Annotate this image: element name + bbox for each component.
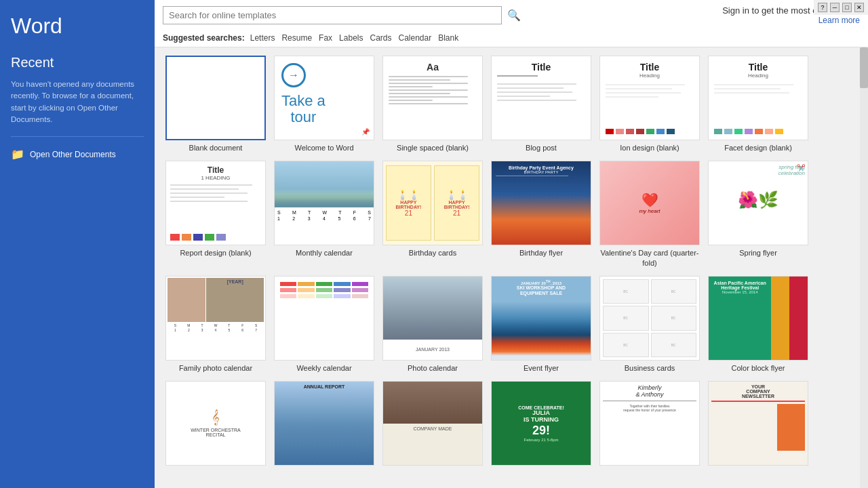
birthday-flyer-label: Birthday flyer	[491, 248, 591, 258]
filter-labels[interactable]: Labels	[339, 30, 370, 47]
search-button[interactable]: 🔍	[507, 9, 521, 22]
template-row4-6[interactable]: YOURCOMPANYNEWSLETTER	[708, 381, 808, 468]
valentines-card-label: Valentine's Day card (quarter-fold)	[599, 248, 700, 268]
template-family-photo-calendar[interactable]: [YEAR] SMTWTFS 1234567 Family phot	[165, 276, 266, 373]
template-row4-5[interactable]: Kimberly& Anthony Together with their fa…	[599, 381, 700, 468]
template-blog-post[interactable]: Title Blog post	[491, 56, 591, 152]
template-birthday-cards[interactable]: 🕯️🕯️ HAPPYBIRTHDAY! 21 🕯️🕯️ HAPPYBIRTHDA…	[382, 161, 483, 268]
business-cards-thumb: BC BC BC BC BC BC	[599, 276, 700, 361]
template-spring-flyer[interactable]: spring flingcelebration 🌺🌿 ✂️ Spring fly…	[708, 161, 808, 268]
search-row: 🔍 Sign in to get the most out of Office …	[163, 5, 860, 25]
blank-doc-visual	[167, 57, 264, 139]
help-button[interactable]: ?	[818, 3, 827, 12]
template-valentines-card[interactable]: ❤️ my heart Valentine's Day card (quarte…	[599, 161, 700, 268]
template-facet-design[interactable]: Title Heading	[708, 56, 808, 152]
spring-flyer-label: Spring flyer	[708, 248, 808, 258]
template-event-flyer[interactable]: JANUARY 20TH, 2013 SKI WORKSHOP ANDEQUIP…	[491, 276, 591, 373]
filter-resume[interactable]: Resume	[281, 30, 319, 47]
birthday-cards-label: Birthday cards	[382, 248, 483, 258]
valentines-card-thumb: ❤️ my heart	[599, 161, 700, 245]
facet-design-label: Facet design (blank)	[708, 143, 808, 152]
main-content: ? ─ □ ✕ 🔍 Sign in to get the most out of…	[155, 0, 868, 488]
empty-recent-message: You haven't opened any documents recentl…	[11, 79, 144, 125]
color-block-flyer-thumb: Asian Pacific American Heritage Festival…	[708, 276, 808, 361]
monthly-calendar-label: Monthly calendar	[274, 248, 374, 258]
photo-calendar-label: Photo calendar	[382, 363, 483, 373]
event-flyer-thumb: JANUARY 20TH, 2013 SKI WORKSHOP ANDEQUIP…	[491, 276, 591, 361]
template-ion-design[interactable]: Title Heading	[599, 56, 700, 152]
birthday-cards-visual: 🕯️🕯️ HAPPYBIRTHDAY! 21 🕯️🕯️ HAPPYBIRTHDA…	[383, 161, 482, 245]
maximize-button[interactable]: □	[842, 3, 852, 12]
template-color-block-flyer[interactable]: Asian Pacific American Heritage Festival…	[708, 276, 808, 373]
birthday-cards-thumb: 🕯️🕯️ HAPPYBIRTHDAY! 21 🕯️🕯️ HAPPYBIRTHDA…	[382, 161, 483, 245]
color-block-flyer-label: Color block flyer	[708, 363, 808, 373]
business-cards-visual: BC BC BC BC BC BC	[600, 277, 699, 360]
template-business-cards[interactable]: BC BC BC BC BC BC Business cards	[599, 276, 700, 373]
color-block-visual: Asian Pacific American Heritage Festival…	[709, 277, 808, 360]
single-spaced-thumb: Aa	[382, 56, 483, 140]
row4-6-thumb: YOURCOMPANYNEWSLETTER	[708, 381, 808, 466]
minimize-button[interactable]: ─	[830, 3, 840, 12]
row4-2-visual: ANNUAL REPORT	[275, 382, 374, 465]
open-other-label: Open Other Documents	[30, 150, 116, 159]
family-photo-calendar-label: Family photo calendar	[165, 363, 266, 373]
blog-post-visual: Title	[492, 56, 591, 140]
template-report-design[interactable]: Title 1 HEADING	[165, 161, 266, 268]
row4-1-thumb: 𝄞 WINTER ORCHESTRARECITAL	[165, 381, 266, 466]
family-photo-cal-thumb: [YEAR] SMTWTFS 1234567	[165, 276, 266, 361]
spring-flyer-thumb: spring flingcelebration 🌺🌿 ✂️	[708, 161, 808, 245]
facet-design-thumb: Title Heading	[708, 56, 808, 140]
business-cards-label: Business cards	[599, 363, 700, 373]
learn-more-link[interactable]: Learn more	[722, 16, 860, 25]
template-row4-1[interactable]: 𝄞 WINTER ORCHESTRARECITAL	[165, 381, 266, 468]
filter-letters[interactable]: Letters	[250, 30, 282, 47]
close-button[interactable]: ✕	[854, 3, 864, 12]
template-single-spaced[interactable]: Aa Single spaced (blank)	[382, 56, 483, 152]
row4-2-thumb: ANNUAL REPORT	[274, 381, 374, 466]
row4-5-visual: Kimberly& Anthony Together with their fa…	[600, 382, 699, 465]
take-tour-visual: Take atour 📌	[275, 56, 374, 140]
report-design-label: Report design (blank)	[165, 248, 266, 258]
monthly-cal-visual: SMTWTFS 1234567	[275, 161, 374, 245]
arrow-circle-icon	[281, 63, 306, 87]
blank-document-label: Blank document	[165, 143, 266, 152]
weekly-cal-thumb	[274, 276, 374, 361]
template-take-tour[interactable]: Take atour 📌 Welcome to Word	[274, 56, 374, 152]
scrollbar-thumb[interactable]	[860, 47, 868, 88]
filter-fax[interactable]: Fax	[319, 30, 339, 47]
filter-blank[interactable]: Blank	[438, 30, 465, 47]
template-blank-document[interactable]: Blank document	[165, 56, 266, 152]
template-row4-4[interactable]: COME CELEBRATE! JULIAIS TURNING 29! Febr…	[491, 381, 591, 468]
scrollbar-track[interactable]	[860, 47, 868, 488]
pin-icon: 📌	[361, 128, 370, 136]
single-spaced-visual: Aa	[383, 56, 482, 140]
template-monthly-calendar[interactable]: SMTWTFS 1234567 Monthly calendar	[274, 161, 374, 268]
take-tour-thumb: Take atour 📌	[274, 56, 374, 140]
template-area: Blank document Take atour 📌 Welcome to W…	[155, 47, 860, 488]
weekly-calendar-label: Weekly calendar	[274, 363, 374, 373]
topbar: 🔍 Sign in to get the most out of Office …	[155, 0, 868, 47]
ion-design-label: Ion design (blank)	[599, 143, 700, 152]
open-other-documents-button[interactable]: 📁 Open Other Documents	[11, 146, 144, 162]
cal-grid: SMTWTFS 1234567	[275, 207, 374, 224]
recent-section-title: Recent	[11, 55, 144, 70]
report-visual: Title 1 HEADING	[166, 161, 265, 245]
app-title: Word	[11, 14, 144, 39]
template-photo-calendar[interactable]: JANUARY 2013 Photo calendar	[382, 276, 483, 373]
search-input[interactable]	[163, 6, 502, 24]
filter-calendar[interactable]: Calendar	[399, 30, 439, 47]
monthly-cal-thumb: SMTWTFS 1234567	[274, 161, 374, 245]
valentines-visual: ❤️ my heart	[600, 161, 699, 245]
template-row4-2[interactable]: ANNUAL REPORT	[274, 381, 374, 468]
template-row4-3[interactable]: COMPANY MADE	[382, 381, 483, 468]
template-weekly-calendar[interactable]: Weekly calendar	[274, 276, 374, 373]
row4-3-visual: COMPANY MADE	[383, 382, 482, 465]
single-spaced-label: Single spaced (blank)	[382, 143, 483, 152]
template-grid: Blank document Take atour 📌 Welcome to W…	[165, 56, 849, 468]
row4-5-thumb: Kimberly& Anthony Together with their fa…	[599, 381, 700, 466]
row4-4-thumb: COME CELEBRATE! JULIAIS TURNING 29! Febr…	[491, 381, 591, 466]
sidebar: Word Recent You haven't opened any docum…	[0, 0, 155, 488]
template-birthday-flyer[interactable]: Birthday Party Event Agency BIRTHDAY PAR…	[491, 161, 591, 268]
birthday-flyer-visual: Birthday Party Event Agency BIRTHDAY PAR…	[492, 161, 591, 245]
filter-cards[interactable]: Cards	[370, 30, 398, 47]
